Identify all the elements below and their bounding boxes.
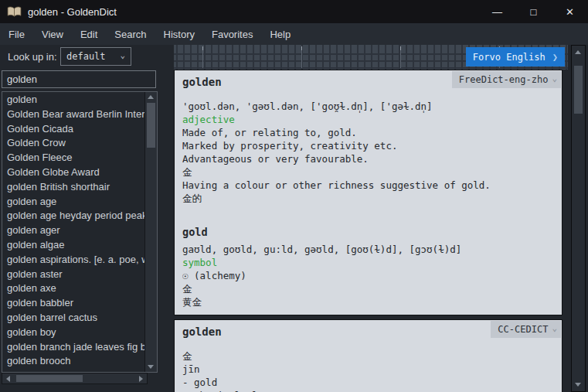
menu-item-edit[interactable]: Edit <box>72 23 106 45</box>
word-list-item[interactable]: golden algae <box>2 238 145 253</box>
article-line: Having a colour or other richness sugges… <box>182 179 554 192</box>
word-list-item[interactable]: Golden Cicada <box>2 122 145 137</box>
article-line: gaʊld, goʊld, gu:ld, gəʊld, [goʊ(ɫ)d], [… <box>182 243 554 256</box>
word-list: goldenGolden Bear award Berlin Internati… <box>2 92 145 372</box>
word-list-item[interactable]: golden barrel cactus <box>2 311 145 326</box>
article-line: jīn <box>182 363 554 376</box>
word-list-box: goldenGolden Bear award Berlin Internati… <box>2 91 158 373</box>
chevron-down-icon: ⌄ <box>120 50 125 60</box>
word-list-item[interactable]: Golden Fleece <box>2 151 145 165</box>
article-line: 金 <box>182 165 554 179</box>
scroll-down-icon[interactable] <box>575 383 581 387</box>
article-line: adjective <box>182 113 554 126</box>
window-title: golden - GoldenDict <box>28 6 117 18</box>
menu-item-view[interactable]: View <box>33 23 72 45</box>
menu-item-file[interactable]: File <box>0 23 33 45</box>
article-line: gold <box>182 226 554 239</box>
dictionary-bar[interactable]: Forvo English ❯ <box>174 45 568 70</box>
word-list-item[interactable]: golden babbler <box>2 296 145 311</box>
menu-item-history[interactable]: History <box>155 23 203 45</box>
article-line: Marked by prosperity, creativity etc. <box>182 139 554 152</box>
word-list-item[interactable]: golden branch jade leaves fig blue <box>2 340 145 355</box>
minimize-icon: — <box>492 7 502 17</box>
dictbar-separator <box>202 46 203 68</box>
article-line: 金的 <box>182 192 554 205</box>
word-list-item[interactable]: golden age <box>2 195 145 210</box>
scroll-down-icon[interactable] <box>148 365 154 369</box>
word-list-item[interactable]: golden aster <box>2 268 145 282</box>
article-line: 黄金 <box>182 295 554 308</box>
dictbar-separator <box>400 46 401 68</box>
word-list-horizontal-scrollbar[interactable] <box>2 373 148 384</box>
chevron-down-icon: ⌄ <box>552 73 557 84</box>
article-scroll-thumb[interactable] <box>574 66 583 114</box>
word-list-item[interactable]: golden age heyday period peak pr <box>2 209 145 223</box>
article-line: 金 <box>182 282 554 295</box>
article-line: ☉ (alchemy) <box>182 269 554 282</box>
word-list-item[interactable]: golden axe <box>2 281 145 296</box>
article-line: - chemical element Au <box>182 389 554 392</box>
group-select-value: default <box>66 51 106 62</box>
article-view: FreeDict-eng-zho⌄golden'goʊl.dən, 'gəʊl.… <box>174 70 563 392</box>
article-vertical-scrollbar[interactable] <box>571 45 586 392</box>
article-entry: CC-CEDICT⌄golden金jīn- gold- chemical ele… <box>174 319 563 392</box>
lookup-in-label: Look up in: <box>8 51 57 63</box>
word-list-vertical-scrollbar[interactable] <box>144 92 157 372</box>
maximize-button[interactable]: □ <box>515 0 552 23</box>
article-line <box>182 205 554 218</box>
word-list-item[interactable]: golden British shorthair <box>2 180 145 195</box>
dictbar-separator <box>301 46 302 68</box>
dictionary-label[interactable]: FreeDict-eng-zho⌄ <box>452 71 561 88</box>
dictionary-name: FreeDict-eng-zho <box>459 74 549 85</box>
word-list-item[interactable]: golden <box>2 93 145 107</box>
chevron-right-icon: ❯ <box>552 52 558 63</box>
word-list-item[interactable]: Golden Globe Award <box>2 165 145 180</box>
close-button[interactable]: ✕ <box>552 0 588 23</box>
open-book-icon <box>7 6 22 18</box>
scroll-up-icon[interactable] <box>148 95 154 99</box>
chevron-down-icon: ⌄ <box>552 323 557 333</box>
word-list-item[interactable]: Golden Crow <box>2 136 145 151</box>
menu-item-search[interactable]: Search <box>106 23 155 45</box>
maximize-icon: □ <box>531 7 537 17</box>
search-input[interactable] <box>2 70 156 88</box>
word-list-item[interactable]: golden brooch <box>2 354 145 369</box>
window-controls: — □ ✕ <box>479 0 588 23</box>
article-line: 'goʊl.dən, 'gəʊl.dən, ['goʊ̯ɫ.dn̩], ['gə… <box>182 100 554 113</box>
article-line: Advantageous or very favourable. <box>182 152 554 165</box>
menu-item-help[interactable]: Help <box>261 23 299 45</box>
word-list-hscroll-thumb[interactable] <box>16 375 83 382</box>
article-line: symbol <box>182 256 554 269</box>
scroll-up-icon[interactable] <box>575 50 581 54</box>
word-list-item[interactable]: Golden Bear award Berlin Internati <box>2 107 145 122</box>
goldendict-window: golden - GoldenDict — □ ✕ FileViewEditSe… <box>0 0 588 392</box>
word-list-scroll-thumb[interactable] <box>147 103 155 148</box>
forvo-english-label: Forvo English <box>473 52 546 63</box>
article-line: 金 <box>182 349 554 363</box>
menu-bar: FileViewEditSearchHistoryFavoritesHelp <box>0 23 588 45</box>
word-list-item[interactable]: golden boy <box>2 326 145 340</box>
article-entry: FreeDict-eng-zho⌄golden'goʊl.dən, 'gəʊl.… <box>174 70 563 315</box>
word-list-item[interactable]: golden bush robin <box>2 369 145 372</box>
article-line: Made of, or relating to, gold. <box>182 126 554 139</box>
word-list-item[interactable]: golden ager <box>2 223 145 238</box>
forvo-english-button[interactable]: Forvo English ❯ <box>466 47 565 66</box>
scroll-left-icon[interactable] <box>6 376 10 382</box>
dictionary-label[interactable]: CC-CEDICT⌄ <box>491 321 561 338</box>
close-icon: ✕ <box>566 7 574 17</box>
dictionary-group-select[interactable]: default ⌄ <box>60 47 131 66</box>
word-list-item[interactable]: golden aspirations. [e. a. poe, willi <box>2 253 145 268</box>
article-line: - gold <box>182 376 554 389</box>
dictionary-name: CC-CEDICT <box>498 324 548 335</box>
scroll-right-icon[interactable] <box>139 376 143 382</box>
title-bar[interactable]: golden - GoldenDict — □ ✕ <box>0 0 588 23</box>
menu-item-favorites[interactable]: Favorites <box>203 23 261 45</box>
minimize-button[interactable]: — <box>479 0 515 23</box>
